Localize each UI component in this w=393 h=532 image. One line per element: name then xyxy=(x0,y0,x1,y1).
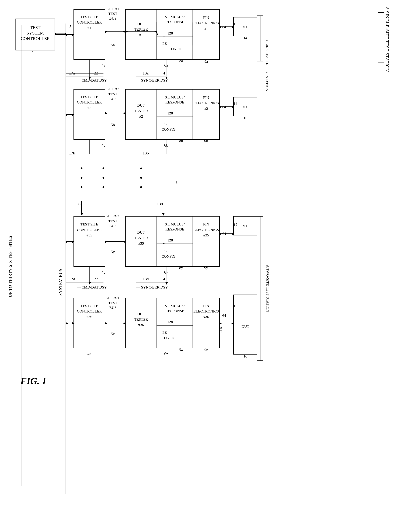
s36c-l3: #36 xyxy=(87,315,92,319)
svg-marker-54 xyxy=(88,282,91,285)
s2-pe-l1: PE xyxy=(162,122,167,126)
s2-stim-128: 128 xyxy=(167,111,173,115)
sync-err-label1: — SYNC/ERR DSY xyxy=(136,78,168,82)
svg-marker-23 xyxy=(220,26,222,28)
ref-18b: 18b xyxy=(143,151,149,155)
svg-marker-36 xyxy=(105,112,107,114)
ref-4a: 4a xyxy=(102,63,105,68)
ref-8z: 8z xyxy=(179,347,183,351)
sync-err-label-s35: — SYNC/ERR DSY xyxy=(136,285,168,289)
ref-17b: 17b xyxy=(69,151,75,155)
s2-dut-label: DUT xyxy=(241,105,249,109)
s2-stim-l2: RESPONSE xyxy=(165,100,184,104)
s36-pe-l2: CONFIG xyxy=(162,336,175,340)
s2-site-label1: SITE #2 xyxy=(107,87,119,91)
ref-9a: 9a xyxy=(204,59,208,64)
two-site-label: A TWO-SITE TEST STATION xyxy=(266,265,270,312)
s35-stim-l2: RESPONSE xyxy=(165,227,184,231)
s36-site-label1: SITE #36 xyxy=(106,296,120,300)
s36-pin-l3: #36 xyxy=(203,315,209,319)
s2-site-label2: TEST xyxy=(108,92,118,96)
svg-marker-46 xyxy=(162,213,165,216)
s35-pin-l2: ELECTRONICS xyxy=(193,228,219,232)
s36-dut-l1: DUT xyxy=(137,312,145,316)
ref-16: 16 xyxy=(243,354,247,358)
ref-13d: 13d xyxy=(157,202,163,206)
s36-dut-l2: TESTER xyxy=(134,317,148,321)
fig-label: FIG. 1 xyxy=(20,376,47,386)
single-site-label: A SINGLE-SITE TEST STATION xyxy=(265,39,269,91)
svg-marker-13 xyxy=(105,31,107,33)
s1-dut-l2: TESTER xyxy=(134,27,148,31)
main-svg: text { font-family: 'Times New Roman', T… xyxy=(0,0,393,532)
s35-site-label3: BUS xyxy=(109,224,117,228)
s2c-l1: TEST SITE xyxy=(80,95,98,99)
s1-pin-l3: #1 xyxy=(204,26,208,31)
tsc-ref: 2 xyxy=(31,50,33,54)
s1-dut-l1: DUT xyxy=(137,22,145,26)
s36-site-label2: TEST xyxy=(108,301,118,305)
s1-stim-128: 128 xyxy=(167,31,173,35)
s1-pin-l1: PIN xyxy=(203,15,209,20)
s1-stim-l2: RESPONSE xyxy=(165,20,184,24)
ref-8y: 8y xyxy=(179,266,183,270)
s2-pin-l2: ELECTRONICS xyxy=(193,101,219,105)
ref-22a: 22 xyxy=(94,71,98,75)
s2-pin-l1: PIN xyxy=(203,95,209,99)
ref-8a: 8a xyxy=(179,59,183,63)
svg-marker-39 xyxy=(220,106,222,108)
s1-stim-l1: STIMULUS/ xyxy=(165,15,185,19)
svg-marker-74 xyxy=(66,114,68,116)
svg-marker-65 xyxy=(231,322,234,325)
tsc-line2: SYSTEM xyxy=(27,31,44,35)
s1-pe-l2: CONFIG xyxy=(168,47,182,51)
svg-marker-71 xyxy=(66,34,68,36)
ref-5b: 5b xyxy=(111,123,115,127)
s35c-l1: TEST SITE xyxy=(80,222,98,226)
s35-pin-l3: #35 xyxy=(203,233,209,237)
diagram-container: text { font-family: 'Times New Roman', T… xyxy=(0,0,393,532)
svg-marker-52 xyxy=(231,233,234,235)
svg-marker-49 xyxy=(123,241,125,243)
s36-pe-l1: PE xyxy=(162,330,167,335)
s2c-l2: CONTROLLER xyxy=(77,100,102,104)
ref-4-s35: 4 xyxy=(163,277,165,281)
s1-64: 64 xyxy=(222,25,226,29)
s2-64: 64 xyxy=(222,105,226,109)
ref-5y: 5y xyxy=(111,250,115,254)
s35c-l3: #35 xyxy=(87,233,92,237)
s35-site-label2: TEST xyxy=(108,219,118,223)
s2-pe-l2: CONFIG xyxy=(162,127,175,131)
s36c-l2: CONTROLLER xyxy=(77,309,102,313)
svg-marker-61 xyxy=(105,322,107,325)
s36-dut-label: DUT xyxy=(241,324,249,329)
cmd-dat-label1: — CMD/DAT DSY xyxy=(77,78,107,82)
s35-pe-l2: CONFIG xyxy=(162,254,175,258)
s1c-l1: TEST SITE xyxy=(80,15,98,19)
ref-4b: 4b xyxy=(101,143,105,148)
tsc-line3: CONTROLLER xyxy=(21,36,50,41)
s1-pin-l2: ELECTRONICS xyxy=(193,21,219,25)
s2-dut-l3: #2 xyxy=(139,114,143,118)
s35-stim-128: 128 xyxy=(167,238,173,242)
svg-marker-40 xyxy=(231,106,234,108)
s36c-l1: TEST SITE xyxy=(80,304,98,308)
s2-dut-l2: TESTER xyxy=(134,109,148,113)
s1-site-label3: BUS xyxy=(109,16,117,20)
svg-marker-44 xyxy=(81,213,83,216)
dots2: • xyxy=(80,174,83,182)
ref-18a: 18a xyxy=(143,71,149,75)
s35-dut-l2: TESTER xyxy=(134,236,148,240)
svg-marker-24 xyxy=(231,26,234,28)
ref-5a: 5a xyxy=(111,43,115,47)
s35-dut-l1: DUT xyxy=(137,230,145,234)
s35-dut-label: DUT xyxy=(241,224,249,228)
s36-pin-l2: ELECTRONICS xyxy=(193,309,219,313)
ref-12: 12 xyxy=(234,222,237,227)
ref-10: 10 xyxy=(234,22,237,26)
svg-marker-62 xyxy=(123,322,125,325)
s2-stim-l1: STIMULUS/ xyxy=(165,95,185,99)
s36-dut-l3: #36 xyxy=(138,323,144,327)
s36-stim-l1: STIMULUS/ xyxy=(165,304,185,308)
two-site-dut-side: DUT xyxy=(219,325,223,333)
